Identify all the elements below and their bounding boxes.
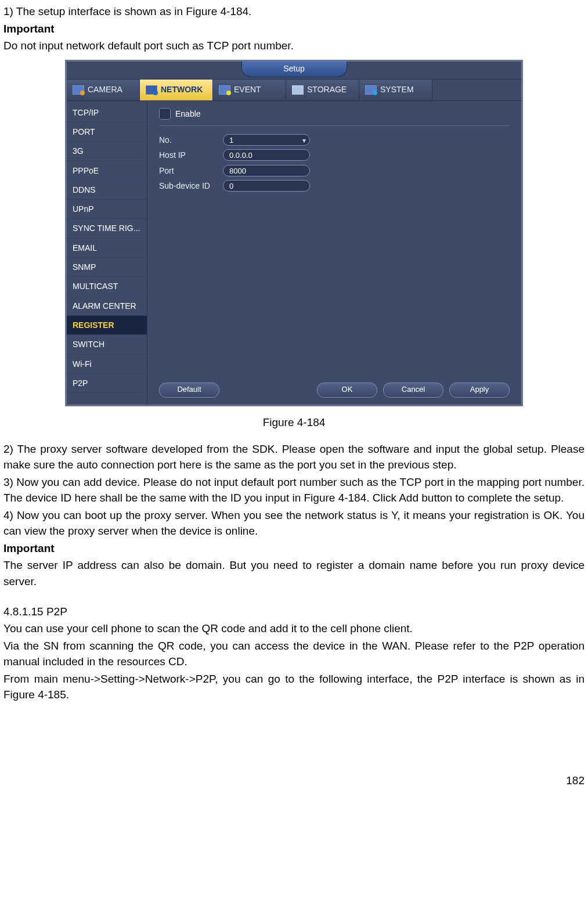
important-text-2: The server IP address can also be domain… (3, 557, 585, 589)
page-number: 182 (3, 773, 585, 789)
figure-caption: Figure 4-184 (3, 414, 585, 431)
default-button[interactable]: Default (159, 383, 219, 398)
host-ip-label: Host IP (159, 149, 217, 161)
tab-event[interactable]: EVENT (213, 80, 286, 100)
subdev-input[interactable]: 0 (223, 180, 310, 192)
intro-line-1: 1) The setup interface is shown as in Fi… (3, 3, 585, 20)
setup-title-pill: Setup (241, 62, 347, 77)
side-item-email[interactable]: EMAIL (67, 239, 147, 258)
important-label: Important (3, 21, 585, 37)
section-heading-p2p: 4.8.1.15 P2P (3, 604, 585, 620)
storage-icon (292, 85, 304, 95)
main-tabs: CAMERA NETWORK EVENT STORAGE SYSTEM (67, 79, 521, 101)
side-item-ddns[interactable]: DDNS (67, 181, 147, 200)
form-divider (159, 125, 510, 126)
no-dropdown[interactable]: 1 (223, 134, 310, 146)
tab-system-label: SYSTEM (380, 84, 414, 95)
paragraph-6: Via the SN from scanning the QR code, yo… (3, 638, 585, 670)
important-label-2: Important (3, 540, 585, 557)
tab-system[interactable]: SYSTEM (359, 80, 432, 100)
tab-network[interactable]: NETWORK (140, 80, 213, 100)
host-ip-input[interactable]: 0.0.0.0 (223, 149, 310, 161)
side-item-switch[interactable]: SWITCH (67, 335, 147, 354)
tab-storage-label: STORAGE (307, 84, 347, 95)
paragraph-5: You can use your cell phone to scan the … (3, 621, 585, 637)
side-item-pppoe[interactable]: PPPoE (67, 161, 147, 181)
tab-camera-label: CAMERA (88, 84, 122, 95)
network-icon (146, 85, 157, 95)
tab-event-label: EVENT (234, 84, 261, 95)
side-item-sync-time-rig[interactable]: SYNC TIME RIG... (67, 219, 147, 238)
side-item-tcp-ip[interactable]: TCP/IP (67, 103, 147, 122)
port-label: Port (159, 165, 217, 176)
side-item-port[interactable]: PORT (67, 122, 147, 142)
side-item-wi-fi[interactable]: Wi-Fi (67, 355, 147, 374)
no-label: No. (159, 134, 217, 146)
paragraph-4: 4) Now you can boot up the proxy server.… (3, 507, 585, 539)
important-text: Do not input network default port such a… (3, 38, 585, 54)
apply-button[interactable]: Apply (449, 383, 510, 398)
enable-label: Enable (175, 108, 201, 120)
camera-icon (73, 85, 84, 95)
side-item-snmp[interactable]: SNMP (67, 258, 147, 277)
enable-checkbox[interactable] (159, 108, 171, 120)
ok-button[interactable]: OK (317, 383, 377, 398)
paragraph-2: 2) The proxy server software developed f… (3, 441, 585, 473)
subdev-label: Sub-device ID (159, 180, 217, 192)
cancel-button[interactable]: Cancel (383, 383, 443, 398)
side-item-multicast[interactable]: MULTICAST (67, 277, 147, 296)
nvr-setup-screenshot: Setup CAMERA NETWORK EVENT STORAGE SYSTE… (65, 60, 523, 406)
tab-network-label: NETWORK (161, 84, 203, 95)
title-bar: Setup (67, 62, 521, 79)
side-item-p2p[interactable]: P2P (67, 374, 147, 393)
tab-storage[interactable]: STORAGE (286, 80, 359, 100)
side-item-alarm-center[interactable]: ALARM CENTER (67, 297, 147, 316)
tab-camera[interactable]: CAMERA (67, 80, 140, 100)
form-area: Enable No. 1 Host IP 0.0.0.0 Port 8000 S… (147, 101, 521, 405)
side-item-upnp[interactable]: UPnP (67, 200, 147, 219)
system-icon (365, 85, 377, 95)
side-item-register[interactable]: REGISTER (67, 316, 147, 335)
side-item-3g[interactable]: 3G (67, 142, 147, 161)
paragraph-7: From main menu->Setting->Network->P2P, y… (3, 671, 585, 703)
event-icon (219, 85, 230, 95)
side-nav: TCP/IPPORT3GPPPoEDDNSUPnPSYNC TIME RIG..… (67, 101, 147, 405)
paragraph-3: 3) Now you can add device. Please do not… (3, 474, 585, 506)
port-input[interactable]: 8000 (223, 165, 310, 176)
